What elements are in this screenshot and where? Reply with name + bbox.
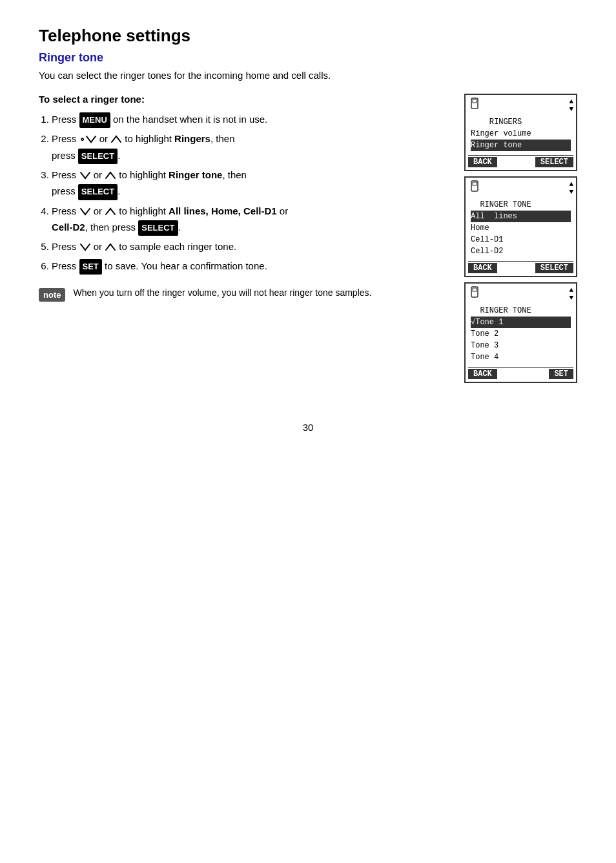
screen3-line2: Tone 2 xyxy=(471,328,571,340)
screen1-select-btn: SELECT xyxy=(535,157,573,167)
screen3-title: RINGER TONE xyxy=(471,305,571,317)
screen1-body: RINGERS Ringer volume Ringer tone xyxy=(468,115,573,152)
screen2-topbar: ▲ ▼ xyxy=(468,180,573,196)
screen3-line3: Tone 3 xyxy=(471,340,571,351)
nav-up-icon-1 xyxy=(110,135,122,144)
menu-key: MENU xyxy=(79,112,110,128)
handset-icon-2 xyxy=(468,180,481,193)
intro-text: You can select the ringer tones for the … xyxy=(39,70,577,81)
page-title: Telephone settings xyxy=(39,26,577,46)
screen3-footer: BACK SET xyxy=(468,367,573,379)
handset-icon-1 xyxy=(468,98,481,110)
ringers-bold: Ringers xyxy=(174,133,210,144)
screen1-title: RINGERS xyxy=(471,116,571,128)
screen2-back-btn: BACK xyxy=(468,263,497,273)
nav-up-icon-2 xyxy=(105,171,116,180)
section-title: Ringer tone xyxy=(39,51,577,65)
screen2-line3: Cell-D1 xyxy=(471,234,571,245)
set-key: SET xyxy=(79,259,102,275)
phone-icon-1 xyxy=(468,98,481,114)
nav-down-icon-3 xyxy=(79,207,91,216)
page-number: 30 xyxy=(39,422,577,433)
screen3-body: RINGER TONE √Tone 1 Tone 2 Tone 3 Tone 4 xyxy=(468,304,573,364)
nav-up-icon-3 xyxy=(105,207,116,216)
screen2-footer: BACK SELECT xyxy=(468,261,573,273)
all-lines-bold: All lines, Home, Cell-D1 xyxy=(169,205,277,216)
screen2-select-btn: SELECT xyxy=(535,263,573,273)
screen2-line1: All lines xyxy=(471,211,571,222)
screen3-back-btn: BACK xyxy=(468,369,497,379)
screen1-line1: Ringer volume xyxy=(471,128,571,140)
select-key-3: SELECT xyxy=(78,184,118,200)
instructions: To select a ringer tone: Press MENU on t… xyxy=(39,94,445,302)
cell-d2-bold: Cell-D2 xyxy=(52,222,85,233)
screen-ringer-tone-select: ▲ ▼ RINGER TONE √Tone 1 Tone 2 Tone 3 To… xyxy=(464,282,577,383)
note-label: note xyxy=(39,288,65,302)
handset-icon-3 xyxy=(468,286,481,299)
select-key-2: SELECT xyxy=(78,149,118,164)
down-arrow-1: ∘ xyxy=(79,132,85,147)
screen2-line4: Cell-D2 xyxy=(471,245,571,257)
svg-rect-5 xyxy=(473,288,477,291)
content-wrapper: To select a ringer tone: Press MENU on t… xyxy=(39,94,577,383)
screen1-line2: Ringer tone xyxy=(471,140,571,151)
subsection-title: To select a ringer tone: xyxy=(39,94,445,105)
screen-ringers: ▲ ▼ RINGERS Ringer volume Ringer tone BA… xyxy=(464,94,577,171)
nav-down-icon-2 xyxy=(79,171,91,180)
screen3-topbar: ▲ ▼ xyxy=(468,286,573,302)
scroll-arrows-2: ▲ ▼ xyxy=(569,180,573,196)
step-4: Press or to highlight All lines, Home, C… xyxy=(52,203,445,236)
screen3-line1: √Tone 1 xyxy=(471,317,571,328)
step-2: Press ∘ or to highlight Ringers, then pr… xyxy=(52,130,445,164)
step-5: Press or to sample each ringer tone. xyxy=(52,238,445,255)
note-box: note When you turn off the ringer volume… xyxy=(39,287,445,302)
screens-column: ▲ ▼ RINGERS Ringer volume Ringer tone BA… xyxy=(464,94,577,383)
scroll-arrows-3: ▲ ▼ xyxy=(569,286,573,302)
note-text: When you turn off the ringer volume, you… xyxy=(73,287,371,298)
nav-up-icon-4 xyxy=(105,243,116,252)
step-6: Press SET to save. You hear a confirmati… xyxy=(52,258,445,275)
screen2-line2: Home xyxy=(471,222,571,234)
svg-rect-3 xyxy=(473,182,477,185)
scroll-arrows-1: ▲ ▼ xyxy=(569,98,573,113)
screen2-title: RINGER TONE xyxy=(471,199,571,211)
nav-down-icon-4 xyxy=(79,243,91,252)
phone-icon-3 xyxy=(468,286,481,302)
step-3: Press or to highlight Ringer tone, then … xyxy=(52,167,445,200)
svg-rect-1 xyxy=(473,99,477,103)
steps-list: Press MENU on the handset when it is not… xyxy=(39,111,445,275)
screen1-topbar: ▲ ▼ xyxy=(468,98,573,114)
screen1-back-btn: BACK xyxy=(468,157,497,167)
select-key-4: SELECT xyxy=(138,220,178,236)
nav-down-icon-1 xyxy=(85,135,97,144)
step-1: Press MENU on the handset when it is not… xyxy=(52,111,445,128)
screen1-footer: BACK SELECT xyxy=(468,155,573,167)
phone-icon-2 xyxy=(468,180,481,196)
screen3-line4: Tone 4 xyxy=(471,351,571,363)
screen-ringer-tone-lines: ▲ ▼ RINGER TONE All lines Home Cell-D1 C… xyxy=(464,176,577,277)
ringer-tone-bold: Ringer tone xyxy=(169,169,222,180)
screen2-body: RINGER TONE All lines Home Cell-D1 Cell-… xyxy=(468,198,573,258)
screen3-set-btn: SET xyxy=(549,369,573,379)
